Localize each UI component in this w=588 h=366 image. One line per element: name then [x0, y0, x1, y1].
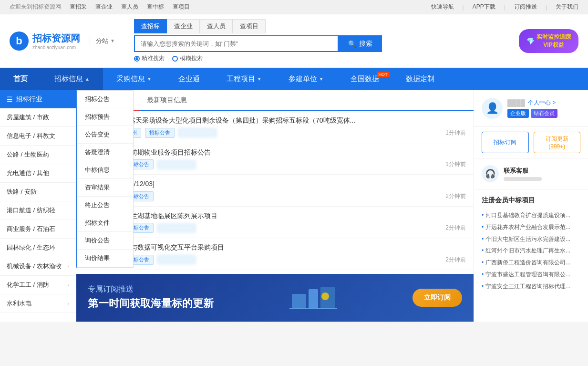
sidebar-item-road[interactable]: 公路 / 生物医药	[0, 146, 76, 164]
quick-nav[interactable]: 快速导航	[431, 3, 454, 11]
search-option-precise[interactable]: 精准搜索	[134, 54, 165, 63]
dropdown-item-1[interactable]: 招标预告	[77, 108, 133, 126]
search-input[interactable]	[134, 35, 339, 52]
nav-quanguo[interactable]: 全国数据 HOT	[337, 68, 392, 90]
dropdown-item-9[interactable]: 询价结果	[77, 250, 133, 267]
tab-latest-project[interactable]: 最新项目信息	[139, 90, 195, 110]
nav-caigou-label: 采购信息	[116, 74, 145, 84]
dropdown-item-6[interactable]: 终止公告	[77, 197, 133, 214]
sidebar-item-port[interactable]: 港口航道 / 纺织轻	[0, 201, 76, 220]
app-download[interactable]: APP下载	[473, 3, 495, 11]
search-options: 精准搜索 模糊搜索	[134, 54, 382, 63]
news-blurred-4: blurred text	[157, 255, 196, 264]
user-name-row: ████ 个人中心 >	[507, 99, 580, 107]
search-area: 查招标 查企业 查人员 查项目 🔍 搜索 精准搜索 模糊搜索	[134, 19, 382, 63]
sidebar-item-railway[interactable]: 铁路 / 安防	[0, 183, 76, 201]
banner-left: 专属订阅推送 第一时间获取海量标的更新	[88, 284, 214, 311]
search-tab-zhaoxiangmu[interactable]: 查项目	[233, 19, 266, 33]
dropdown-item-5[interactable]: 资审结果	[77, 179, 133, 197]
sidebar-item-house[interactable]: 房屋建筑 / 市政	[0, 108, 76, 127]
dropdown-item-0[interactable]: 招标公告	[77, 91, 133, 108]
search-option-fuzzy[interactable]: 模糊搜索	[172, 54, 203, 63]
project-item-1[interactable]: • 开远花卉农村产业融合发展示范...	[482, 221, 580, 233]
nav-home-label: 首页	[13, 74, 28, 84]
sidebar-item-business[interactable]: 商业服务 / 石油石	[0, 220, 76, 239]
update-btn[interactable]: 订阅更新 (999+)	[534, 132, 581, 153]
project-label-2: 个旧大屯新区生活污水完善建设...	[485, 235, 570, 243]
news-time-4: 2分钟前	[445, 256, 466, 264]
sidebar-item-machinery[interactable]: 机械设备 / 农林渔牧 ›	[0, 257, 76, 276]
news-meta-1: 陕西 西安市 招标公告 blurred text 1分钟前	[84, 159, 466, 169]
main-nav: 首页 招标信息 ▲ 采购信息 ▼ 企业通 工程项目 ▼ 参建单位 ▼ 全国数据 …	[0, 68, 588, 90]
list-icon: ☰	[7, 95, 13, 103]
project-item-5[interactable]: • 宁波市盛达工程管理咨询有限公...	[482, 269, 580, 281]
news-title-2[interactable]: 购方网一批[2021/12/03]	[84, 179, 466, 189]
news-meta-0: 云南 大理白族自治州 招标公告 blurred text 1分钟前	[84, 128, 466, 138]
logo-area: b 招标资源网 zhaobiaoziyuan.com	[10, 31, 80, 51]
news-title-4[interactable]: 中科技大学校园与数据可视化交互平台采购项目	[84, 243, 466, 252]
dropdown-item-3[interactable]: 答疑澄清	[77, 144, 133, 161]
dropdown-item-7[interactable]: 招标文件	[77, 214, 133, 232]
nav-qiyetong[interactable]: 企业通	[165, 68, 213, 90]
subscribe-push[interactable]: 订阅推送	[514, 3, 537, 11]
search-tab-zhaozhao[interactable]: 查招标	[134, 19, 167, 33]
support-icon: 🎧	[482, 165, 499, 182]
news-type-0[interactable]: 招标公告	[145, 128, 175, 138]
sidebar-arrow-chemical: ›	[67, 282, 69, 288]
project-item-3[interactable]: • 红河州个旧市污水处理厂再生水...	[482, 245, 580, 257]
nav-zhaozhongbiao[interactable]: 查中标	[147, 3, 164, 11]
search-tab-zhaorenyuan[interactable]: 查人员	[200, 19, 233, 33]
sidebar-item-it[interactable]: 信息电子 / 科教文	[0, 127, 76, 146]
branch-selector[interactable]: 分站 ▼	[90, 37, 115, 45]
nav-quanguo-label: 全国数据	[351, 74, 379, 84]
project-item-4[interactable]: • 广西新侨工程造价咨询有限公司...	[482, 257, 580, 269]
divider1: |	[463, 4, 464, 10]
nav-zhaorenyuan[interactable]: 查人员	[121, 3, 138, 11]
subscribe-now-button[interactable]: 立即订阅	[413, 289, 462, 307]
user-badges: 企业版 钻石会员	[507, 109, 580, 118]
nav-caigou[interactable]: 采购信息 ▼	[103, 68, 165, 90]
nav-zhaoxiangmu[interactable]: 查项目	[173, 3, 190, 11]
dropdown-item-4[interactable]: 中标信息	[77, 161, 133, 179]
nav-canjian[interactable]: 参建单位 ▼	[275, 68, 337, 90]
news-title-row-4: 中科技大学校园与数据可视化交互平台采购项目	[84, 243, 466, 252]
search-tab-zhaoqiye[interactable]: 查企业	[167, 19, 200, 33]
nav-home[interactable]: 首页	[0, 68, 41, 90]
sidebar-item-chemical[interactable]: 化学工工 / 消防 ›	[0, 276, 76, 294]
top-bar: 欢迎来到招标资源网 查招采 查企业 查人员 查中标 查项目 快速导航 | APP…	[0, 0, 588, 14]
logo-text: 招标资源网 zhaobiaoziyuan.com	[32, 32, 80, 50]
user-info: ████ 个人中心 > 企业版 钻石会员	[507, 99, 580, 118]
user-center-link[interactable]: 个人中心 >	[528, 99, 556, 107]
project-label-1: 开远花卉农村产业融合发展示范...	[485, 223, 570, 231]
sidebar-item-optics[interactable]: 光电通信 / 其他	[0, 164, 76, 183]
sidebar-item-garden[interactable]: 园林绿化 / 生态环	[0, 239, 76, 257]
nav-gongcheng-arrow-icon: ▼	[257, 76, 262, 82]
subscribe-btn[interactable]: 招标订阅	[482, 132, 529, 153]
sidebar-arrow-machinery: ›	[67, 263, 69, 269]
project-item-0[interactable]: • 河口县基础教育扩容提质建设项...	[482, 209, 580, 221]
dropdown-item-2[interactable]: 公告变更	[77, 126, 133, 144]
about-us[interactable]: 关于我们	[556, 3, 578, 11]
nav-zhaozhaocai[interactable]: 查招采	[70, 3, 87, 11]
nav-shuju[interactable]: 数据定制	[392, 68, 448, 90]
news-meta-4: 湖北 武汉市 招标公告 blurred text 2分钟前	[84, 255, 466, 265]
project-item-2[interactable]: • 个旧大屯新区生活污水完善建设...	[482, 233, 580, 245]
search-option-precise-label: 精准搜索	[142, 54, 165, 63]
news-title-3[interactable]: 肚北省博物馆木兰湖基地临展区陈列展示项目	[84, 211, 466, 221]
project-dot-1: •	[482, 223, 484, 231]
content-tabs: 最新招标信息 最新项目信息	[76, 90, 474, 111]
news-title-0[interactable]: 北街万砌山露天采场设备大型化项目剩余设备（第四批）采购招标五标段（70吨级宽体.…	[95, 116, 466, 125]
search-tabs: 查招标 查企业 查人员 查项目	[134, 19, 382, 33]
nav-gongcheng[interactable]: 工程项目 ▼	[213, 68, 275, 90]
project-label-0: 河口县基础教育扩容提质建设项...	[485, 211, 570, 220]
news-meta-2: 江苏 南京市 招标公告 2分钟前	[84, 191, 466, 201]
nav-zhaoqiye[interactable]: 查企业	[95, 3, 113, 11]
dropdown-item-8[interactable]: 询价公告	[77, 232, 133, 250]
vip-button[interactable]: 💎 实时监控追踪VIP权益	[519, 29, 578, 53]
project-item-6[interactable]: • 宁波安全三江工程咨询招标代理...	[482, 281, 580, 293]
news-time-1: 1分钟前	[445, 160, 466, 168]
sidebar-item-water[interactable]: 水利水电 ›	[0, 294, 76, 313]
news-title-1[interactable]: 韶俗社文化街区前期物业服务项目招标公告	[84, 148, 466, 157]
nav-zhaobiao[interactable]: 招标信息 ▲	[41, 68, 103, 90]
search-button[interactable]: 🔍 搜索	[339, 35, 382, 52]
